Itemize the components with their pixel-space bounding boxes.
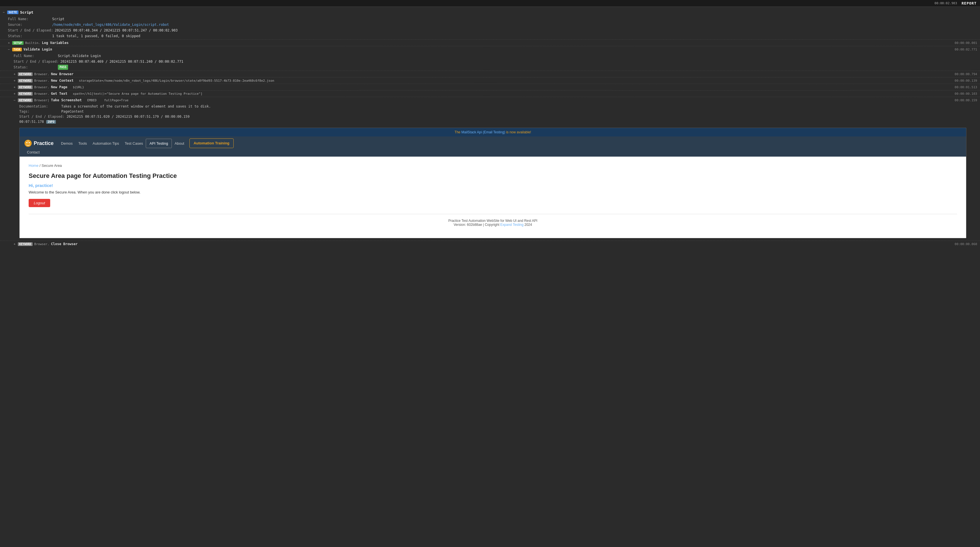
suite-status-row: Status: 1 task total, 1 passed, 0 failed… xyxy=(8,33,972,39)
suite-source-link[interactable]: /home/node/n8n_robot_logs/486/Validate_L… xyxy=(52,22,169,27)
nav-test-cases[interactable]: Test Cases xyxy=(122,138,146,149)
suite-status-label: Status: xyxy=(8,33,51,38)
suite-badge: SUITE xyxy=(7,11,18,14)
keyword-lib-2: Browser. xyxy=(34,85,49,89)
footer-link[interactable]: Expand Testing xyxy=(500,223,523,227)
keyword-badge-3: KEYWORD xyxy=(18,92,33,96)
keyword-lib-0: Browser. xyxy=(34,72,49,76)
task-info-block: Full Name: Script.Validate Login Start /… xyxy=(0,53,980,71)
close-browser-toggle[interactable]: + xyxy=(14,242,16,246)
setup-builtin-prefix: Builtin. xyxy=(25,41,40,45)
banner-suffix: is now available! xyxy=(505,130,531,134)
keyword-lib-3: Browser. xyxy=(34,92,49,96)
logo-icon xyxy=(24,139,32,147)
suite-status-value: 1 task total, 1 passed, 0 failed, 0 skip… xyxy=(52,33,140,38)
keyword-toggle-3[interactable]: + xyxy=(14,92,16,96)
nav-api-testing[interactable]: API Testing xyxy=(146,139,172,148)
page-divider xyxy=(29,214,957,214)
hi-text: Hi, practice! xyxy=(29,183,957,188)
keyword-row-3: + KEYWORD Browser.Get Text xpath=//h1[te… xyxy=(0,90,980,97)
task-name: Validate Login xyxy=(24,47,52,51)
svg-point-1 xyxy=(26,142,27,143)
timestamp-value: 00:07:51.178 xyxy=(19,120,44,124)
footer-version: Version: 602b88ae | Copyright xyxy=(454,223,501,227)
logout-button[interactable]: Logout xyxy=(29,199,50,207)
close-browser-badge: KEYWORD xyxy=(18,242,33,246)
suite-startend-value: 20241215 00:07:48.344 / 20241215 00:07:5… xyxy=(55,28,178,33)
keyword-name-2: New Page xyxy=(51,85,67,89)
setup-name: Log Variables xyxy=(42,41,68,45)
keyword-args-4: EMBED fullPage=True xyxy=(83,99,129,102)
keyword-row-0: + KEYWORD Browser.New Browser 00:00:00.7… xyxy=(0,71,980,77)
suite-fullname-value: Script xyxy=(52,16,64,22)
task-startend-row: Start / End / Elapsed: 20241215 00:07:48… xyxy=(14,59,966,64)
keyword-args-1: storageState=/home/node/n8n_robot_logs/4… xyxy=(75,79,274,83)
task-fullname-row: Full Name: Script.Validate Login xyxy=(14,53,966,59)
keyword-elapsed-0: 00:00:00.794 xyxy=(955,72,977,76)
keyword-badge-2: KEYWORD xyxy=(18,85,33,89)
doc-row: Documentation: Takes a screenshot of the… xyxy=(19,104,961,109)
kw-startend-label: Start / End / Elapsed: xyxy=(19,115,64,119)
nav-row-2: Contact xyxy=(19,150,966,156)
info-badge: INFO xyxy=(46,120,56,124)
keyword-toggle-1[interactable]: + xyxy=(14,79,16,83)
keyword-row-2: + KEYWORD Browser.New Page ${URL} 00:00:… xyxy=(0,84,980,90)
keyword-args-3: xpath=//h1[text()="Secure Area page for … xyxy=(69,92,202,96)
doc-value: Takes a screenshot of the current window… xyxy=(61,104,211,108)
nav-links: Demos Tools Automation Tips Test Cases A… xyxy=(58,138,962,149)
suite-source-row: Source: /home/node/n8n_robot_logs/486/Va… xyxy=(8,22,972,27)
setup-elapsed: 00:00:00.001 xyxy=(955,41,977,45)
keyword-toggle-2[interactable]: + xyxy=(14,85,16,89)
task-status-row: Status: PASS xyxy=(14,64,966,70)
keyword-badge-4: KEYWORD xyxy=(18,99,33,102)
kw-startend-value: 20241215 00:07:51.020 / 20241215 00:07:5… xyxy=(67,115,189,119)
top-bar: 00:00:02.903 REPORT xyxy=(0,0,980,7)
keyword-elapsed-3: 00:00:00.103 xyxy=(955,92,977,96)
footer-year: 2024 xyxy=(523,223,532,227)
svg-rect-3 xyxy=(28,140,29,142)
breadcrumb: Home / Secure Area xyxy=(29,163,957,167)
banner-link[interactable]: MailStack Api (Email Testing) xyxy=(461,130,505,134)
task-toggle[interactable]: − xyxy=(8,48,10,51)
doc-label: Documentation: xyxy=(19,104,59,108)
elapsed-total: 00:00:02.903 xyxy=(935,2,957,5)
footer-text: Practice Test Automation WebSite for Web… xyxy=(29,219,957,231)
suite-startend-label: Start / End / Elapsed: xyxy=(8,28,53,33)
nav-automation-tips[interactable]: Automation Tips xyxy=(90,138,122,149)
banner-prefix: The xyxy=(455,130,461,134)
keyword-name-4: Take Screenshot xyxy=(51,98,82,102)
nav-about[interactable]: About xyxy=(172,138,187,149)
task-badge: TASK xyxy=(12,48,22,51)
nav-tools[interactable]: Tools xyxy=(75,138,90,149)
logo-text: Practice xyxy=(34,140,54,147)
screenshot-embed: The MailStack Api (Email Testing) is now… xyxy=(19,128,966,238)
keyword-row-1: + KEYWORD Browser.New Context storageSta… xyxy=(0,77,980,84)
nav-contact[interactable]: Contact xyxy=(24,147,43,158)
nav-demos[interactable]: Demos xyxy=(58,138,75,149)
task-fullname-label: Full Name: xyxy=(14,53,56,59)
setup-toggle[interactable]: + xyxy=(8,41,10,45)
keyword-toggle-4[interactable]: − xyxy=(14,99,16,102)
keyword-toggle-0[interactable]: + xyxy=(14,72,16,76)
suite-toggle[interactable]: − xyxy=(3,11,5,14)
keyword-lib-1: Browser. xyxy=(34,79,49,83)
breadcrumb-separator: / xyxy=(40,163,41,167)
suite-name: Script xyxy=(20,10,33,14)
keyword-badge-0: KEYWORD xyxy=(18,72,33,76)
welcome-text: Welcome to the Secure Area. When you are… xyxy=(29,190,957,195)
suite-row: − SUITE Script xyxy=(0,9,980,16)
footer-main-text: Practice Test Automation WebSite for Web… xyxy=(448,219,537,223)
suite-fullname-label: Full Name: xyxy=(8,16,51,22)
breadcrumb-home[interactable]: Home xyxy=(29,163,38,167)
keyword-row-4: − KEYWORD Browser|Take Screenshot EMBED … xyxy=(0,97,980,103)
keyword-name-1: New Context xyxy=(51,78,73,83)
tags-row: Tags: PageContent xyxy=(19,109,961,114)
keyword-name-3: Get Text xyxy=(51,92,67,96)
keyword-args-2: ${URL} xyxy=(69,85,84,89)
task-fullname-value: Script.Validate Login xyxy=(58,53,101,59)
task-startend-value: 20241215 00:07:48.469 / 20241215 00:07:5… xyxy=(60,59,183,64)
report-label: REPORT xyxy=(962,1,977,5)
task-status-label: Status: xyxy=(14,65,56,70)
nav-automation-training-btn[interactable]: Automation Training xyxy=(189,139,234,148)
keyword-name-0: New Browser xyxy=(51,72,73,76)
